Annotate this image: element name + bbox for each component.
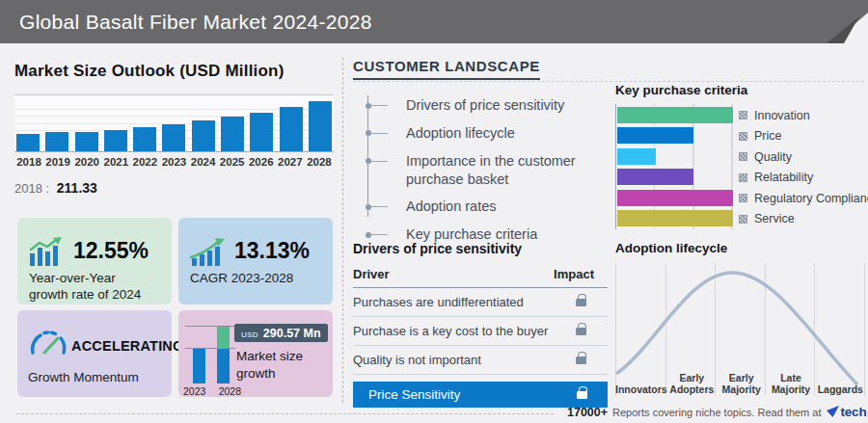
table-header-row: Driver Impact [353,267,608,288]
market-bar [192,120,215,151]
key-purchase-criteria-title: Key purchase criteria [615,83,865,97]
adoption-stage-label: Late Majority [766,372,815,395]
adoption-curve-chart: InnovatorsEarly AdoptersEarly MajorityLa… [615,263,865,396]
market-size-growth-card: 2023 2028 USD 290.57 Mn Market size grow… [178,310,333,397]
market-bar [250,113,273,151]
lock-icon [576,328,586,335]
customer-landscape-section: CUSTOMER LANDSCAPE Drivers of price sens… [353,58,608,249]
driver-cell: Purchase is a key cost to the buyer [353,324,548,338]
footer-dashed-line [16,413,554,414]
price-sensitivity-section: Drivers of price sensitivity Driver Impa… [353,241,608,408]
growth-arrow-icon [189,237,228,268]
yoy-label: Year-over-Year growth rate of 2024 [29,270,149,304]
driver-cell: Purchases are undifferentiated [353,295,524,309]
list-item: Drivers of price sensitivity [367,92,608,119]
footer: 17000+ Reports covering niche topics. Re… [567,405,868,419]
market-bar [45,132,68,151]
base-value: 211.33 [57,180,97,196]
kpc-legend: InnovationPriceQualityRelatabilityRegula… [739,105,866,229]
list-item: Adoption lifecycle [367,119,608,147]
kpc-bar [617,210,733,226]
kpc-bar [617,107,733,123]
market-bar [133,127,156,151]
market-year-label: 2027 [276,156,305,168]
page-title: Global Basalt Fiber Market 2024-2028 [19,0,372,43]
yoy-value: 12.55% [73,238,149,264]
market-bars [16,95,332,151]
table-row: Quality is not important [353,346,608,375]
header-bar: Global Basalt Fiber Market 2024-2028 [0,0,868,43]
technavio-logo[interactable]: technavio [827,405,868,419]
currency-label: USD [241,330,258,339]
cagr-card: 13.13% CAGR 2023-2028 [178,218,333,304]
market-year-labels: 2018201920202021202220232024202520262027… [14,156,334,168]
bar-trend-icon [28,237,67,268]
base-year-note: 2018 : 211.33 [14,180,334,196]
technavio-arrow-icon [827,406,839,418]
kpc-plot-area [615,104,733,229]
impact-column-header: Impact [554,267,608,281]
kpc-legend-item: Price [739,126,866,147]
mini-bar-2023 [193,349,205,383]
kpc-legend-item: Regulatory Compliance [739,188,866,209]
table-row: Purchases are undifferentiated [353,288,608,317]
market-year-label: 2020 [72,156,101,168]
kpc-legend-label: Quality [754,150,792,164]
kpc-legend-item: Innovation [739,105,866,126]
adoption-stage-labels: InnovatorsEarly AdoptersEarly MajorityLa… [615,372,865,395]
cagr-value: 13.13% [234,238,310,264]
kpc-bar [617,169,693,185]
kpc-legend-label: Service [754,212,795,225]
market-year-label: 2021 [101,156,130,168]
legend-swatch-icon [739,194,747,202]
highlight-label: Price Sensitivity [368,387,460,402]
legend-swatch-icon [739,111,747,119]
section-divider [342,58,343,403]
kpc-legend-label: Innovation [754,109,810,122]
kpc-bar [617,148,656,165]
market-bar [162,124,185,151]
market-bar [75,132,98,151]
market-size-title: Market Size Outlook (USD Million) [14,62,334,81]
growth-label: Market size growth [236,348,325,382]
market-year-label: 2019 [43,156,72,168]
market-bar [16,134,40,151]
page-corner-fold [815,0,868,43]
kpc-legend-label: Price [754,129,781,143]
kpc-bars [617,107,733,226]
growth-mini-chart: 2023 2028 [185,326,235,383]
driver-cell: Quality is not important [353,353,481,367]
key-purchase-criteria-section: Key purchase criteria InnovationPriceQua… [615,83,865,229]
reports-count: 17000+ [567,406,608,419]
adoption-stage-label: Laggards [816,372,865,395]
stat-boxes: 12.55% Year-over-Year growth rate of 202… [17,218,333,397]
legend-swatch-icon [739,215,747,224]
adoption-lifecycle-title: Adoption lifecycle [615,241,865,255]
market-bar [221,117,244,151]
mini-year-start: 2023 [183,385,205,397]
mini-chart-years: 2023 2028 [183,385,241,397]
adoption-stage-label: Innovators [615,372,667,395]
adoption-stage-label: Early Majority [717,372,766,395]
brand-tech: tech [841,405,867,419]
kpc-chart: InnovationPriceQualityRelatabilityRegula… [615,104,865,229]
list-item: Importance in the customer purchase bask… [367,147,608,194]
kpc-legend-item: Service [739,209,866,230]
market-bar [104,130,127,151]
mini-year-end: 2028 [219,385,241,397]
base-separator: : [46,181,50,196]
table-row: Purchase is a key cost to the buyer [353,317,608,346]
base-year: 2018 [14,181,42,196]
lock-icon [577,391,587,399]
legend-swatch-icon [739,173,747,182]
price-sensitivity-highlight-row[interactable]: Price Sensitivity [353,382,608,408]
market-bar-chart [14,94,334,152]
title-dashed-rule [353,81,864,82]
market-bar [309,101,332,151]
customer-landscape-title: CUSTOMER LANDSCAPE [353,58,540,80]
mini-bar-2028-base [217,349,230,383]
kpc-legend-item: Quality [739,146,866,168]
market-size-section: Market Size Outlook (USD Million) 201820… [14,62,334,196]
list-item: Adoption rates [367,193,608,221]
yoy-growth-card: 12.55% Year-over-Year growth rate of 202… [17,218,172,304]
